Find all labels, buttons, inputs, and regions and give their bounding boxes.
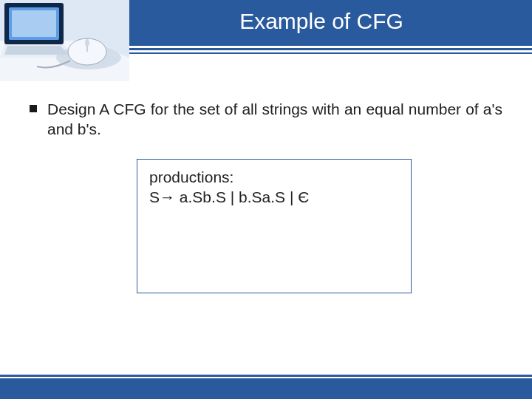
stripe [74,52,532,54]
slide-title: Example of CFG [239,9,403,34]
stripe [74,43,532,46]
slide-header: Example of CFG [0,0,532,53]
production-box: productions: S→ a.Sb.S | b.Sa.S | Є [137,159,412,293]
bullet-square-icon [30,105,37,112]
svg-point-10 [85,39,89,47]
production-line-2: S→ a.Sb.S | b.Sa.S | Є [149,187,399,207]
svg-rect-4 [12,10,56,37]
body-content: Design A CFG for the set of all strings … [30,100,502,140]
corner-laptop-mouse-graphic [0,0,129,81]
production-line-1: productions: [149,167,399,187]
bullet-text: Design A CFG for the set of all strings … [47,100,502,140]
stripe [74,48,532,50]
footer-band [0,378,532,399]
bullet-item: Design A CFG for the set of all strings … [30,100,502,140]
